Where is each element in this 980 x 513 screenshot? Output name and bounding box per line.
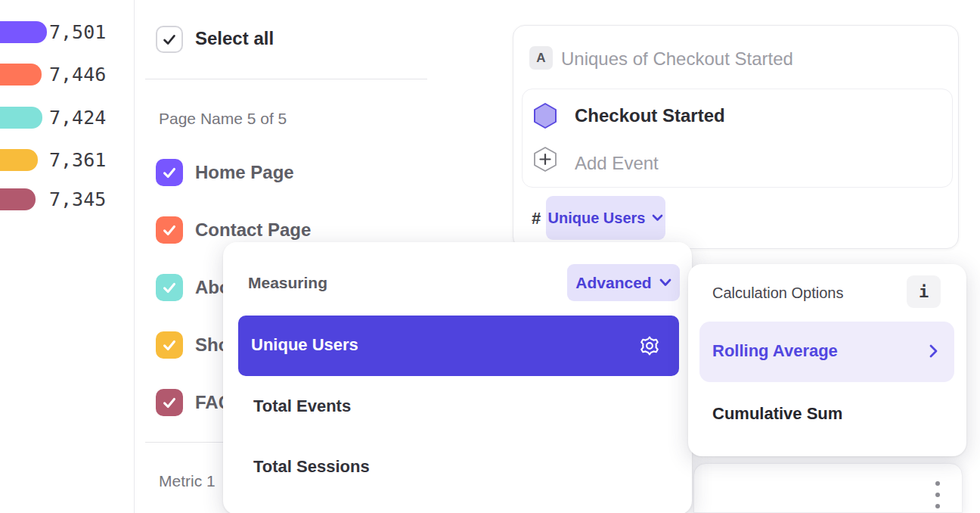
metric-label: Metric 1: [159, 472, 216, 490]
query-title-input[interactable]: Uniques of Checkout Started: [561, 48, 793, 70]
legend-swatch-bar: [0, 188, 36, 210]
advanced-label: Advanced: [575, 274, 651, 292]
query-row-badge[interactable]: A: [529, 46, 553, 70]
measuring-title: Measuring: [248, 274, 327, 292]
panel-divider: [134, 0, 135, 513]
measurement-value: Unique Users: [548, 210, 646, 227]
legend-swatch-bar: [0, 64, 42, 86]
select-all-checkbox[interactable]: [156, 26, 183, 53]
checkmark-icon: [161, 31, 178, 48]
legend-value: 7,361: [49, 149, 106, 171]
checkbox-faq-page[interactable]: [156, 389, 183, 416]
legend-swatch-bar: [0, 149, 38, 171]
menu-option-label: Rolling Average: [712, 341, 838, 361]
menu-option-unique-users[interactable]: Unique Users: [238, 316, 679, 376]
analytics-screen: 7,501 7,446 7,424 7,361 7,345 Select all…: [0, 0, 980, 513]
event-hexagon-icon: [532, 102, 558, 132]
measurement-hash-symbol: #: [532, 209, 541, 229]
checkbox-contact-page[interactable]: [156, 216, 183, 244]
legend-value: 7,424: [49, 107, 106, 129]
kebab-dot: [935, 493, 940, 497]
checkmark-icon: [161, 279, 178, 296]
menu-option-label: Unique Users: [251, 335, 358, 355]
chevron-down-icon: [652, 214, 663, 222]
menu-option-rolling-average[interactable]: Rolling Average: [699, 322, 954, 382]
legend-value: 7,345: [49, 188, 106, 210]
checkbox-about-page[interactable]: [156, 274, 183, 301]
checkmark-icon: [161, 222, 178, 238]
info-icon[interactable]: i: [907, 275, 941, 308]
measurement-dropdown-button[interactable]: Unique Users: [546, 196, 665, 240]
add-event-icon[interactable]: [532, 146, 558, 176]
calculation-options-title: Calculation Options: [712, 284, 843, 302]
kebab-dot: [935, 504, 940, 508]
checkbox-label: Contact Page: [195, 219, 311, 241]
legend-value: 7,501: [49, 21, 106, 43]
checkmark-icon: [161, 164, 178, 181]
checkbox-shop-page[interactable]: [156, 331, 183, 359]
legend-swatch-bar: [0, 21, 47, 43]
event-name[interactable]: Checkout Started: [575, 105, 725, 126]
advanced-dropdown-button[interactable]: Advanced: [567, 264, 680, 301]
checkbox-home-page[interactable]: [156, 159, 183, 186]
legend-value: 7,446: [49, 64, 106, 86]
menu-option-total-events[interactable]: Total Events: [253, 396, 351, 416]
divider: [145, 79, 427, 79]
kebab-dot: [935, 481, 940, 486]
filter-group-label: Page Name 5 of 5: [159, 110, 287, 128]
chevron-right-icon: [929, 344, 938, 361]
legend-swatch-bar: [0, 107, 42, 129]
select-all-label: Select all: [195, 28, 274, 49]
checkmark-icon: [161, 337, 178, 353]
add-event-label[interactable]: Add Event: [575, 153, 659, 174]
menu-option-cumulative-sum[interactable]: Cumulative Sum: [712, 404, 842, 424]
metric-options-panel: [693, 463, 963, 513]
menu-option-total-sessions[interactable]: Total Sessions: [253, 457, 370, 477]
chevron-down-icon: [659, 278, 671, 287]
kebab-menu-icon[interactable]: [932, 481, 943, 508]
checkbox-label: Home Page: [195, 162, 294, 183]
gear-icon[interactable]: [638, 334, 661, 360]
checkmark-icon: [161, 394, 178, 411]
